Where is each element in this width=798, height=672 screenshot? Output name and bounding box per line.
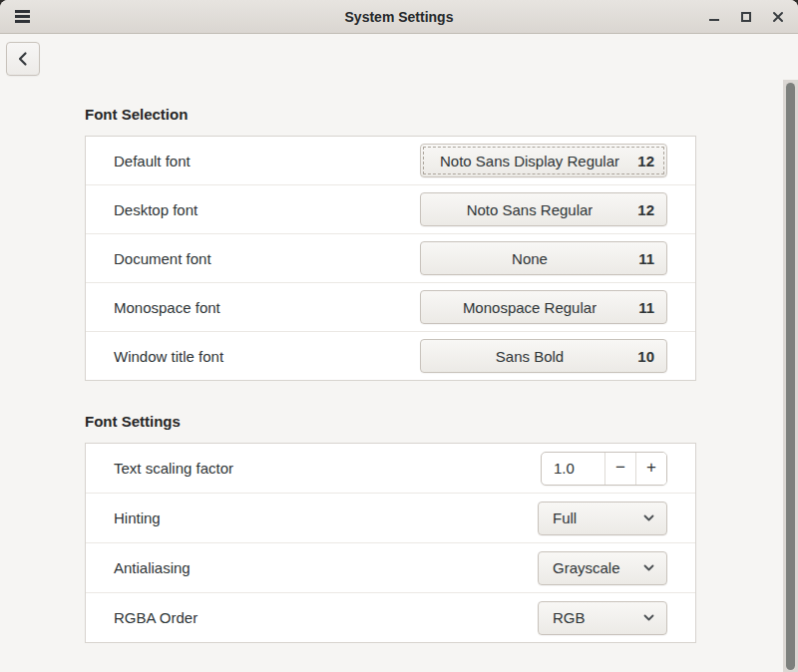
font-size: 11 bbox=[638, 250, 654, 267]
text-scaling-spinbutton: 1.0 − + bbox=[541, 452, 667, 486]
chevron-down-icon bbox=[643, 514, 654, 521]
font-name: Monospace Regular bbox=[463, 299, 597, 316]
font-name: Noto Sans Regular bbox=[467, 201, 594, 218]
dropdown-value: Grayscale bbox=[553, 559, 620, 576]
increment-button[interactable]: + bbox=[635, 453, 666, 485]
row-default-font: Default font Noto Sans Display Regular 1… bbox=[86, 137, 695, 184]
font-size: 10 bbox=[637, 348, 654, 365]
spin-value[interactable]: 1.0 bbox=[542, 453, 604, 485]
row-monospace-font: Monospace font Monospace Regular 11 bbox=[86, 282, 695, 331]
font-name: None bbox=[512, 250, 548, 267]
row-label: Default font bbox=[114, 153, 420, 169]
content-area: Font Selection Default font Noto Sans Di… bbox=[0, 34, 798, 672]
antialiasing-dropdown[interactable]: Grayscale bbox=[538, 551, 667, 585]
main-column: Font Selection Default font Noto Sans Di… bbox=[85, 34, 696, 643]
settings-window: System Settings Font Selection Default f… bbox=[0, 0, 798, 672]
dropdown-value: RGB bbox=[553, 609, 586, 626]
font-chooser-window-title-font[interactable]: Sans Bold 10 bbox=[420, 339, 667, 373]
font-size: 11 bbox=[638, 299, 654, 316]
dropdown-value: Full bbox=[553, 509, 577, 526]
minimize-icon bbox=[708, 11, 720, 23]
window-title: System Settings bbox=[0, 9, 798, 25]
window-controls bbox=[702, 5, 789, 28]
row-document-font: Document font None 11 bbox=[86, 233, 695, 282]
row-label: Monospace font bbox=[114, 299, 420, 316]
row-window-title-font: Window title font Sans Bold 10 bbox=[86, 331, 695, 380]
row-label: RGBA Order bbox=[114, 609, 538, 626]
font-selection-panel: Default font Noto Sans Display Regular 1… bbox=[85, 136, 696, 381]
font-name: Noto Sans Display Regular bbox=[440, 153, 619, 169]
font-chooser-document-font[interactable]: None 11 bbox=[420, 241, 667, 275]
row-label: Window title font bbox=[114, 348, 420, 365]
font-chooser-desktop-font[interactable]: Noto Sans Regular 12 bbox=[420, 192, 667, 226]
row-hinting: Hinting Full bbox=[86, 493, 695, 542]
font-size: 12 bbox=[637, 201, 654, 218]
section-title-font-selection: Font Selection bbox=[85, 107, 696, 123]
titlebar: System Settings bbox=[0, 0, 798, 34]
font-settings-panel: Text scaling factor 1.0 − + Hinting Full bbox=[85, 443, 696, 643]
hinting-dropdown[interactable]: Full bbox=[538, 502, 667, 535]
chevron-down-icon bbox=[643, 564, 654, 571]
row-desktop-font: Desktop font Noto Sans Regular 12 bbox=[86, 184, 695, 233]
scrollbar-track[interactable] bbox=[783, 80, 798, 672]
rgba-order-dropdown[interactable]: RGB bbox=[538, 601, 667, 635]
maximize-button[interactable] bbox=[734, 5, 757, 28]
font-chooser-monospace-font[interactable]: Monospace Regular 11 bbox=[420, 290, 667, 324]
row-label: Document font bbox=[114, 250, 420, 267]
chevron-left-icon bbox=[16, 51, 30, 67]
font-chooser-default-font[interactable]: Noto Sans Display Regular 12 bbox=[420, 144, 667, 177]
row-label: Antialiasing bbox=[114, 559, 538, 576]
row-antialiasing: Antialiasing Grayscale bbox=[86, 542, 695, 592]
chevron-down-icon bbox=[643, 614, 654, 621]
maximize-icon bbox=[740, 11, 752, 23]
close-button[interactable] bbox=[766, 5, 789, 28]
scrollbar-thumb[interactable] bbox=[786, 83, 795, 670]
row-text-scaling: Text scaling factor 1.0 − + bbox=[86, 444, 695, 493]
row-label: Hinting bbox=[114, 509, 538, 526]
font-name: Sans Bold bbox=[496, 348, 564, 365]
row-label: Desktop font bbox=[114, 201, 420, 218]
font-size: 12 bbox=[637, 153, 654, 169]
decrement-button[interactable]: − bbox=[604, 453, 635, 485]
minimize-button[interactable] bbox=[702, 5, 725, 28]
row-rgba-order: RGBA Order RGB bbox=[86, 592, 695, 642]
menu-button[interactable] bbox=[11, 6, 34, 27]
close-icon bbox=[772, 11, 784, 23]
section-title-font-settings: Font Settings bbox=[85, 414, 696, 430]
back-button[interactable] bbox=[6, 42, 40, 76]
row-label: Text scaling factor bbox=[114, 460, 541, 477]
